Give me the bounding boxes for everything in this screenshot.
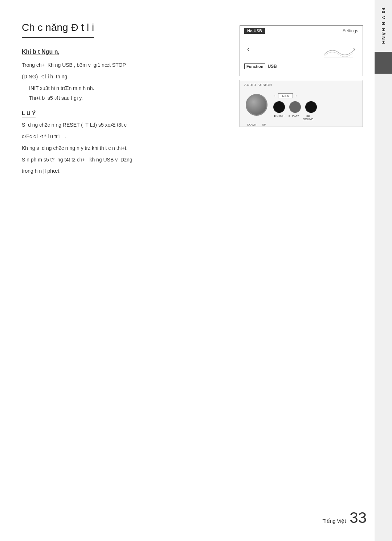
wave-decoration — [324, 44, 353, 58]
usb-arrow-right: → — [294, 94, 298, 98]
play-button[interactable] — [289, 101, 301, 113]
stop-button[interactable] — [273, 101, 285, 113]
stop-label: ■ STOP — [273, 114, 285, 121]
buttons-row[interactable] — [273, 101, 317, 113]
note-line-2: cÆc c i -t ª l u tr1 . — [22, 132, 356, 141]
up-label: UP — [262, 123, 266, 126]
screen-middle: ‹ › — [240, 36, 363, 62]
down-up-labels: DOWN UP — [246, 123, 268, 126]
sidebar-dark-block — [375, 52, 392, 74]
note-title: L U Ý — [22, 110, 36, 118]
right-sidebar: 04 V N HÀNH — [375, 0, 392, 541]
no-usb-badge: No USB — [244, 28, 265, 34]
usb-line: ← USB → — [273, 93, 298, 98]
page-title: Ch c năng Đ t l i — [22, 22, 94, 38]
function-label: Function — [244, 63, 265, 69]
settings-label: Settings — [343, 28, 358, 33]
note-line-3: Kh ng s d ng ch2c n ng n y trz khi th t … — [22, 144, 356, 153]
remote-right: ← USB → ■ STOP ► PLAY 3D SOUND — [273, 93, 317, 121]
knob — [246, 94, 268, 116]
usb-label-screen: USB — [268, 64, 277, 69]
right-panel: No USB Settings ‹ › Function USB AUDIO A… — [240, 25, 370, 127]
note-line-4: S n ph m s5 t? ng t4t tz ch+ kh ng USB v… — [22, 156, 356, 164]
screen-bottom-bar: Function USB — [240, 62, 363, 71]
usb-arrow-left: ← — [273, 94, 277, 98]
page-footer: Tiếng Việt 33 — [323, 509, 367, 526]
device-remote: AUDIO ASSIGN DOWN UP ← USB → ■ STOP ► PL… — [240, 80, 363, 127]
usb-port-label: USB — [278, 93, 293, 98]
sidebar-text: V N HÀNH — [381, 16, 386, 45]
footer-lang: Tiếng Việt — [323, 518, 346, 524]
screen-content-area — [249, 40, 353, 58]
down-label: DOWN — [247, 123, 256, 126]
device-screen: No USB Settings ‹ › Function USB — [240, 25, 363, 76]
sound-label: 3D SOUND — [302, 114, 314, 121]
sidebar-number: 04 — [381, 7, 386, 13]
audio-assign-label: AUDIO ASSIGN — [244, 83, 272, 87]
screen-top-bar: No USB Settings — [240, 26, 363, 36]
right-arrow: › — [353, 45, 355, 53]
page-number: 33 — [350, 509, 367, 526]
note-line-5: trong h n |f phœt. — [22, 167, 356, 176]
button-labels-row: ■ STOP ► PLAY 3D SOUND — [273, 114, 314, 121]
sound-button[interactable] — [305, 101, 317, 113]
play-label: ► PLAY — [288, 114, 299, 121]
